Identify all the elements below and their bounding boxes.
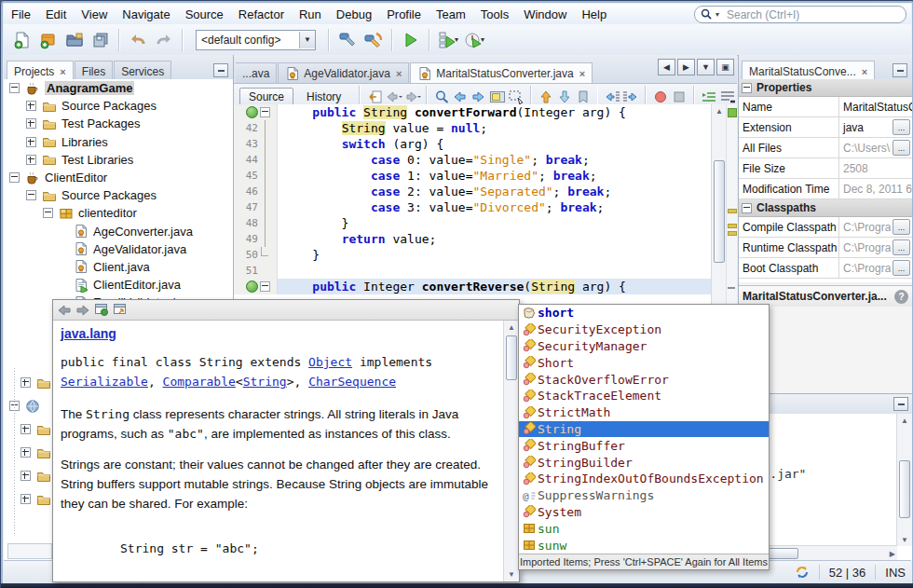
chevron-down-icon[interactable]: ▾ xyxy=(481,35,484,44)
prev-bookmark-button[interactable] xyxy=(537,88,555,106)
property-value[interactable]: 2508 xyxy=(839,158,912,178)
search-icon[interactable] xyxy=(701,8,713,21)
redo-button[interactable] xyxy=(151,27,177,53)
scroll-up-icon[interactable]: ▲ xyxy=(712,104,727,118)
tree-item-partial[interactable] xyxy=(4,374,51,391)
scroll-tabs-right-button[interactable]: ▶ xyxy=(677,59,695,75)
highlight-search-button[interactable] xyxy=(488,88,507,106)
fold-margin[interactable] xyxy=(258,263,271,279)
rect-selection-button[interactable] xyxy=(507,88,525,106)
view-button-history[interactable]: History xyxy=(297,88,350,106)
completion-item-system[interactable]: System xyxy=(519,504,769,521)
menu-source[interactable]: Source xyxy=(178,6,231,23)
fold-margin[interactable] xyxy=(258,279,271,294)
ellipsis-button[interactable]: ... xyxy=(893,239,910,255)
run-project-button[interactable] xyxy=(398,27,424,53)
collapse-icon[interactable] xyxy=(9,172,20,183)
tree-item-test-libraries[interactable]: Test Libraries xyxy=(4,151,233,169)
close-icon[interactable]: × xyxy=(60,66,65,77)
expand-icon[interactable] xyxy=(20,494,31,504)
forward-icon[interactable] xyxy=(75,304,90,317)
ellipsis-button[interactable]: ... xyxy=(893,119,910,135)
menu-window[interactable]: Window xyxy=(516,6,574,23)
scroll-tabs-left-button[interactable]: ◀ xyxy=(658,59,675,75)
build-project-button[interactable] xyxy=(334,27,361,53)
fold-margin[interactable] xyxy=(258,184,271,199)
new-project-button[interactable] xyxy=(35,27,61,53)
tab-files[interactable]: Files xyxy=(75,61,113,81)
scroll-up-icon[interactable]: ▲ xyxy=(897,414,912,427)
property-value[interactable]: C:\Users\De... xyxy=(839,138,891,157)
prev-occurrence-button[interactable] xyxy=(451,88,470,106)
menu-team[interactable]: Team xyxy=(429,6,473,23)
collapse-icon[interactable] xyxy=(26,190,36,200)
javadoc-package-link[interactable]: java.lang xyxy=(61,326,116,341)
minimize-window-button[interactable] xyxy=(893,397,908,411)
menu-file[interactable]: File xyxy=(4,6,38,23)
code-line[interactable]: 49 return value; xyxy=(234,231,712,247)
completion-item-securityexception[interactable]: SecurityException xyxy=(519,321,769,338)
code-line[interactable]: 47 case 3: value="Divorced"; break; xyxy=(234,199,712,215)
expand-icon[interactable] xyxy=(26,101,36,111)
shift-right-button[interactable] xyxy=(621,88,640,106)
next-occurrence-button[interactable] xyxy=(470,88,488,106)
back-button[interactable] xyxy=(384,88,402,106)
completion-item-strictmath[interactable]: StrictMath xyxy=(519,404,769,421)
code-line[interactable]: 45 case 1: value="Married"; break; xyxy=(234,168,712,184)
editor-tab--ava[interactable]: ...ava xyxy=(236,62,277,83)
code-line[interactable]: 44 case 0: value="Single"; break; xyxy=(234,152,712,168)
clean-build-project-button[interactable] xyxy=(361,27,387,53)
minimize-window-button[interactable] xyxy=(893,63,907,77)
shift-left-button[interactable] xyxy=(603,88,621,106)
chevron-down-icon[interactable]: ▾ xyxy=(455,35,458,44)
debug-project-button[interactable]: ▾ xyxy=(435,27,461,53)
collapse-icon[interactable] xyxy=(742,203,752,213)
menu-navigate[interactable]: Navigate xyxy=(115,6,177,23)
undo-button[interactable] xyxy=(125,27,151,53)
tree-item-partial[interactable] xyxy=(4,490,51,508)
fold-margin[interactable] xyxy=(258,247,271,263)
completion-item-stringindexoutofboundsexception[interactable]: StringIndexOutOfBoundsException xyxy=(519,471,769,487)
completion-item-securitymanager[interactable]: SecurityManager xyxy=(519,338,769,355)
property-value[interactable]: Dec 8, 2011 6:... xyxy=(839,179,912,198)
next-bookmark-button[interactable] xyxy=(555,88,574,106)
expand-icon[interactable] xyxy=(20,377,31,388)
fold-collapse-icon[interactable] xyxy=(260,107,270,117)
property-value[interactable]: C:\Program ... xyxy=(839,238,891,257)
tab-projects[interactable]: Projects× xyxy=(7,61,74,81)
editor-tab-maritalstatusconverter-java[interactable]: MaritalStatusConverter.java× xyxy=(410,62,593,83)
completion-item-string[interactable]: String xyxy=(519,421,769,438)
completion-item-sunw[interactable]: sunw xyxy=(519,537,769,554)
search-input[interactable] xyxy=(725,7,900,22)
minimize-window-button[interactable] xyxy=(213,63,228,77)
scrollbar-thumb[interactable] xyxy=(506,335,517,380)
scroll-right-icon[interactable]: ▶ xyxy=(890,546,895,561)
fold-margin[interactable] xyxy=(258,168,271,184)
comment-button[interactable] xyxy=(700,88,718,106)
tree-item-partial[interactable] xyxy=(4,444,51,461)
code-line[interactable]: 42 String value = null; xyxy=(234,120,712,136)
expand-icon[interactable] xyxy=(20,424,31,434)
expand-icon[interactable] xyxy=(26,118,36,129)
tree-item-test-packages[interactable]: Test Packages xyxy=(4,115,233,132)
collapse-icon[interactable] xyxy=(9,83,20,93)
tree-item-ageconverter-java[interactable]: AgeConverter.java xyxy=(4,223,233,240)
tree-item-clienteditor[interactable]: clienteditor xyxy=(4,204,233,222)
tree-item-source-packages[interactable]: Source Packages xyxy=(4,97,233,115)
view-button-source[interactable]: Source xyxy=(239,88,293,106)
fold-margin[interactable] xyxy=(258,215,271,231)
completion-item-short[interactable]: Short xyxy=(519,354,769,371)
search-scope-caret-icon[interactable]: ▾ xyxy=(715,10,719,19)
last-edit-button[interactable] xyxy=(365,88,384,106)
scrollbar-thumb[interactable] xyxy=(714,160,725,263)
menu-help[interactable]: Help xyxy=(574,6,614,23)
fold-margin[interactable] xyxy=(258,104,271,120)
expand-icon[interactable] xyxy=(20,447,31,458)
ellipsis-button[interactable]: ... xyxy=(893,219,910,235)
back-icon[interactable] xyxy=(57,304,72,317)
completion-item-stringbuffer[interactable]: StringBuffer xyxy=(519,437,769,454)
save-all-button[interactable] xyxy=(88,27,114,53)
ellipsis-button[interactable]: ... xyxy=(893,260,910,276)
code-line[interactable]: 51 xyxy=(234,263,712,279)
code-line[interactable]: 43 switch (arg) { xyxy=(234,136,712,152)
